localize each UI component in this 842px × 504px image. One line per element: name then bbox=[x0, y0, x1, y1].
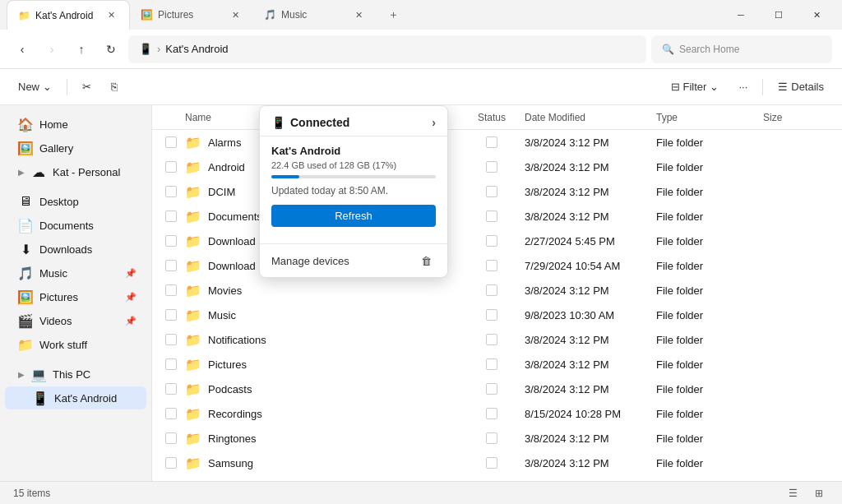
row-type-13: File folder bbox=[656, 457, 763, 469]
sidebar-item-downloads[interactable]: ⬇ Downloads bbox=[5, 238, 146, 261]
tab-android-close[interactable]: ✕ bbox=[103, 7, 119, 24]
tab-android[interactable]: 📁 Kat's Android ✕ bbox=[7, 0, 130, 30]
row-type-12: File folder bbox=[656, 432, 763, 445]
table-row[interactable]: 📁 Download 2/27/2024 5:45 PM File folder bbox=[152, 229, 842, 253]
folder-icon-4: 📁 bbox=[185, 234, 201, 249]
tab-music[interactable]: 🎵 Music ✕ bbox=[253, 0, 377, 30]
new-tab-button[interactable]: ＋ bbox=[380, 2, 406, 28]
row-status-5 bbox=[459, 260, 525, 271]
search-placeholder: Search Home bbox=[679, 44, 739, 55]
table-row[interactable]: 📁 Samsung 3/8/2024 3:12 PM File folder bbox=[152, 451, 842, 475]
checkbox-12[interactable] bbox=[165, 432, 177, 444]
toolbar-separator-2 bbox=[762, 79, 763, 95]
grid-view-button[interactable]: ⊞ bbox=[809, 483, 829, 503]
col-type-header: Type bbox=[656, 112, 763, 123]
forward-button[interactable]: › bbox=[39, 37, 64, 62]
checkbox-13[interactable] bbox=[165, 457, 177, 469]
more-button[interactable]: ··· bbox=[730, 74, 756, 100]
cut-button[interactable]: ✂ bbox=[74, 74, 99, 100]
checkbox-4[interactable] bbox=[165, 235, 177, 247]
table-row[interactable]: 📁 DCIM 3/8/2024 3:12 PM File folder bbox=[152, 179, 842, 204]
details-button[interactable]: ☰ Details bbox=[770, 74, 832, 100]
search-box[interactable]: 🔍 Search Home bbox=[651, 35, 832, 63]
details-icon: ☰ bbox=[778, 81, 788, 93]
row-name-7: 📁 Music bbox=[185, 307, 459, 323]
row-type-3: File folder bbox=[656, 210, 763, 223]
popup-header: 📱 Connected › bbox=[260, 106, 447, 136]
table-row[interactable]: 📁 Pictures 3/8/2024 3:12 PM File folder bbox=[152, 352, 842, 377]
tab-music-close[interactable]: ✕ bbox=[350, 7, 367, 23]
refresh-button[interactable]: Refresh bbox=[271, 205, 436, 227]
tab-pictures[interactable]: 🖼️ Pictures ✕ bbox=[130, 0, 253, 30]
row-date-4: 2/27/2024 5:45 PM bbox=[525, 235, 656, 247]
expand-icon-kat: ▶ bbox=[18, 168, 25, 177]
table-row[interactable]: 📁 SmartSwitch 3/8/2024 3:12 PM File fold… bbox=[152, 475, 842, 481]
folder-icon-9: 📁 bbox=[185, 357, 201, 372]
up-button[interactable]: ↑ bbox=[69, 37, 94, 62]
tab-pictures-close[interactable]: ✕ bbox=[227, 7, 243, 23]
close-button[interactable]: ✕ bbox=[798, 0, 835, 30]
address-path[interactable]: 📱 › Kat's Android bbox=[128, 35, 646, 63]
checkbox-11[interactable] bbox=[165, 408, 177, 419]
list-view-button[interactable]: ☰ bbox=[783, 483, 803, 503]
checkbox-7[interactable] bbox=[165, 309, 177, 321]
sidebar-item-workstuff[interactable]: 📁 Work stuff bbox=[5, 333, 146, 356]
row-status-2 bbox=[459, 186, 525, 197]
downloads-icon: ⬇ bbox=[18, 242, 33, 257]
sidebar-item-videos[interactable]: 🎬 Videos 📌 bbox=[5, 309, 146, 332]
checkbox-1[interactable] bbox=[165, 161, 177, 173]
table-row[interactable]: 📁 Podcasts 3/8/2024 3:12 PM File folder bbox=[152, 377, 842, 401]
checkbox-8[interactable] bbox=[165, 334, 177, 345]
filter-button[interactable]: ⊟ Filter ⌄ bbox=[663, 74, 728, 100]
folder-icon-5: 📁 bbox=[185, 258, 201, 274]
sidebar-item-kat-personal[interactable]: ▶ ☁ Kat - Personal bbox=[5, 160, 146, 183]
sidebar-item-this-pc[interactable]: ▶ 💻 This PC bbox=[5, 363, 146, 386]
manage-devices-icon[interactable]: 🗑 bbox=[416, 251, 436, 270]
row-status-6 bbox=[459, 284, 525, 296]
row-name-8: 📁 Notifications bbox=[185, 332, 459, 348]
sidebar-label-documents: Documents bbox=[39, 220, 94, 232]
table-row[interactable]: 📁 Recordings 8/15/2024 10:28 PM File fol… bbox=[152, 401, 842, 426]
row-check-0 bbox=[165, 136, 185, 148]
checkbox-0[interactable] bbox=[165, 136, 177, 148]
checkbox-10[interactable] bbox=[165, 383, 177, 395]
sidebar-item-kats-android[interactable]: 📱 Kat's Android bbox=[5, 386, 146, 409]
table-row[interactable]: 📁 Ringtones 3/8/2024 3:12 PM File folder bbox=[152, 426, 842, 451]
table-row[interactable]: 📁 Music 9/8/2023 10:30 AM File folder bbox=[152, 303, 842, 327]
view-controls: ☰ ⊞ bbox=[783, 483, 829, 503]
status-check-13 bbox=[486, 457, 497, 469]
checkbox-9[interactable] bbox=[165, 358, 177, 370]
sidebar-item-home[interactable]: 🏠 Home bbox=[5, 113, 146, 136]
tab-android-label: Kat's Android bbox=[35, 10, 93, 21]
row-name-label-2: DCIM bbox=[208, 186, 235, 198]
manage-devices-label[interactable]: Manage devices bbox=[271, 255, 349, 267]
table-row[interactable]: 📁 Android 3/8/2024 3:12 PM File folder bbox=[152, 155, 842, 179]
table-row[interactable]: 📁 Notifications 3/8/2024 3:12 PM File fo… bbox=[152, 327, 842, 352]
checkbox-3[interactable] bbox=[165, 210, 177, 222]
sidebar-item-music[interactable]: 🎵 Music 📌 bbox=[5, 261, 146, 284]
folder-icon-7: 📁 bbox=[185, 307, 201, 323]
table-row[interactable]: 📁 Documents 3/8/2024 3:12 PM File folder bbox=[152, 204, 842, 229]
checkbox-5[interactable] bbox=[165, 260, 177, 271]
checkbox-2[interactable] bbox=[165, 186, 177, 197]
table-row[interactable]: 📁 Alarms 3/8/2024 3:12 PM File folder bbox=[152, 130, 842, 155]
copy-button[interactable]: ⎘ bbox=[103, 74, 126, 100]
sidebar-item-gallery[interactable]: 🖼️ Gallery bbox=[5, 136, 146, 160]
sidebar-item-pictures[interactable]: 🖼️ Pictures 📌 bbox=[5, 285, 146, 308]
folder-icon-12: 📁 bbox=[185, 431, 201, 446]
sidebar-item-documents[interactable]: 📄 Documents bbox=[5, 214, 146, 237]
folder-icon-3: 📁 bbox=[185, 209, 201, 224]
expand-icon-pc: ▶ bbox=[18, 370, 25, 379]
sidebar-item-desktop[interactable]: 🖥 Desktop bbox=[5, 190, 146, 213]
table-row[interactable]: 📁 Movies 3/8/2024 3:12 PM File folder bbox=[152, 278, 842, 303]
table-row[interactable]: 📁 Download 7/29/2024 10:54 AM File folde… bbox=[152, 253, 842, 278]
refresh-button[interactable]: ↻ bbox=[99, 37, 123, 62]
checkbox-6[interactable] bbox=[165, 284, 177, 296]
popup-expand-icon[interactable]: › bbox=[432, 116, 436, 129]
row-check-4 bbox=[165, 235, 185, 247]
new-button[interactable]: New ⌄ bbox=[10, 74, 60, 100]
row-date-9: 3/8/2024 3:12 PM bbox=[525, 358, 656, 371]
maximize-button[interactable]: ☐ bbox=[760, 0, 798, 30]
back-button[interactable]: ‹ bbox=[10, 37, 35, 62]
minimize-button[interactable]: ─ bbox=[722, 0, 760, 30]
